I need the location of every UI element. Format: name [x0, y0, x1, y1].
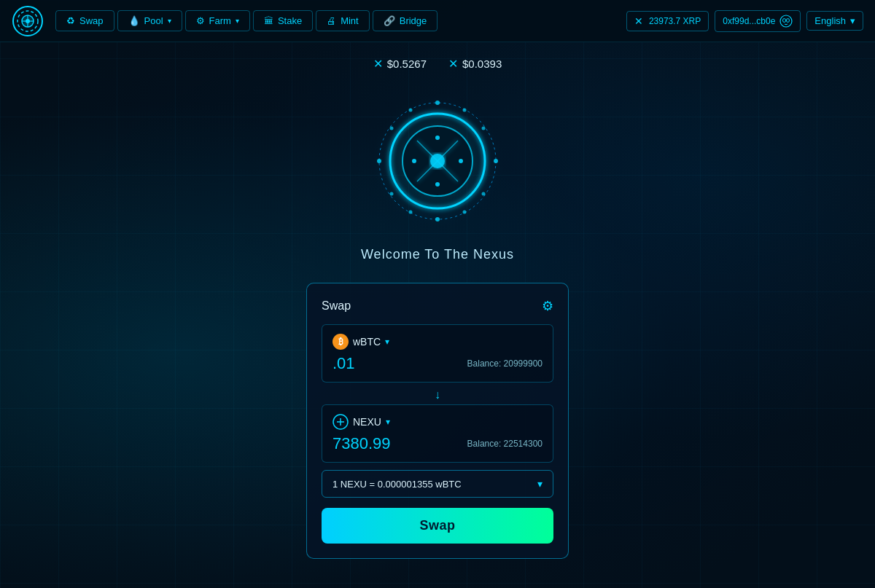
svg-point-30 [412, 159, 416, 163]
alien-icon [779, 15, 793, 28]
wallet-addr-text: 0xf99d...cb0e [723, 16, 775, 26]
svg-point-21 [494, 159, 498, 163]
to-token-amount: 7380.99 [332, 434, 391, 453]
swap-card-title: Swap [322, 299, 351, 313]
rate-chevron-icon: ▾ [537, 478, 542, 490]
svg-point-24 [435, 217, 440, 222]
svg-point-27 [377, 159, 381, 163]
farm-nav-icon: ⚙ [196, 15, 205, 26]
price1-x-icon: ✕ [373, 57, 383, 71]
to-token-box: NEXU ▾ 7380.99 Balance: 22514300 [322, 404, 553, 463]
from-token-name: wBTC [353, 336, 381, 348]
to-token-chevron-icon: ▾ [386, 417, 390, 427]
nav-swap-label: Swap [79, 15, 104, 26]
nav-bridge-label: Bridge [400, 15, 427, 26]
lang-chevron-icon: ▾ [850, 15, 855, 26]
main-content: ✕ $0.5267 ✕ $0.0393 [0, 42, 875, 559]
down-arrow-icon: ↓ [435, 388, 440, 401]
swap-direction-arrow[interactable]: ↓ [322, 388, 553, 401]
price-item-2: ✕ $0.0393 [448, 57, 502, 71]
wbtc-icon: ₿ [332, 334, 349, 350]
nexu-icon [332, 414, 349, 430]
logo-icon[interactable] [12, 5, 44, 37]
swap-card-header: Swap ⚙ [322, 298, 553, 314]
stake-nav-icon: 🏛 [264, 15, 273, 26]
rate-text: 1 NEXU = 0.000001355 wBTC [332, 479, 462, 490]
bridge-nav-icon: 🔗 [384, 15, 395, 26]
from-token-amount-input[interactable] [332, 354, 435, 373]
swap-nav-icon: ♻ [66, 15, 75, 26]
price2-x-icon: ✕ [448, 57, 458, 71]
nav-mint[interactable]: 🖨 Mint [316, 10, 370, 31]
svg-point-26 [390, 192, 394, 196]
to-token-balance: Balance: 22514300 [467, 439, 542, 449]
navbar-left: ♻ Swap 💧 Pool ▾ ⚙ Farm ▾ 🏛 Stake 🖨 Mint [12, 5, 438, 37]
svg-point-6 [780, 15, 792, 27]
svg-point-18 [435, 101, 440, 105]
svg-point-32 [435, 136, 440, 140]
farm-chevron-icon: ▾ [236, 17, 239, 25]
to-token-name: NEXU [353, 416, 381, 428]
svg-point-7 [783, 18, 786, 22]
navbar: ♻ Swap 💧 Pool ▾ ⚙ Farm ▾ 🏛 Stake 🖨 Mint [0, 0, 875, 42]
pool-nav-icon: 💧 [128, 15, 140, 26]
nav-swap[interactable]: ♻ Swap [55, 10, 114, 31]
svg-point-19 [463, 109, 467, 112]
svg-point-29 [409, 109, 413, 112]
mint-nav-icon: 🖨 [327, 15, 336, 26]
svg-point-31 [459, 159, 463, 163]
nav-stake-label: Stake [278, 15, 302, 26]
svg-point-25 [409, 211, 413, 214]
price-item-1: ✕ $0.5267 [373, 57, 427, 71]
language-label: English [814, 15, 846, 26]
nav-stake[interactable]: 🏛 Stake [253, 10, 313, 31]
wallet-badge[interactable]: ✕ 23973.7 XRP [626, 11, 709, 31]
wallet-balance: 23973.7 XRP [649, 16, 701, 26]
nav-pool-label: Pool [144, 15, 163, 26]
wallet-close-icon[interactable]: ✕ [634, 15, 643, 27]
price1-value: $0.5267 [387, 58, 427, 70]
svg-point-22 [482, 192, 486, 196]
nav-mint-label: Mint [341, 15, 359, 26]
swap-button[interactable]: Swap [322, 508, 553, 544]
wallet-address-badge[interactable]: 0xf99d...cb0e [715, 10, 801, 32]
from-token-chevron-icon: ▾ [385, 337, 389, 347]
price2-value: $0.0393 [462, 58, 502, 70]
nav-farm[interactable]: ⚙ Farm ▾ [185, 10, 250, 31]
from-token-amount-row: Balance: 20999900 [332, 354, 542, 373]
svg-point-17 [430, 154, 445, 168]
svg-point-28 [390, 127, 394, 130]
svg-point-33 [435, 182, 440, 187]
svg-point-23 [463, 211, 467, 214]
welcome-text: Welcome To The Nexus [361, 247, 514, 262]
nav-bridge[interactable]: 🔗 Bridge [373, 10, 438, 31]
price-ticker: ✕ $0.5267 ✕ $0.0393 [373, 57, 502, 71]
swap-card: Swap ⚙ ₿ wBTC ▾ Balance: 20999900 ↓ [306, 283, 569, 559]
to-token-selector[interactable]: NEXU ▾ [332, 414, 542, 430]
pool-chevron-icon: ▾ [168, 17, 171, 25]
from-token-balance: Balance: 20999900 [467, 358, 542, 369]
nav-farm-label: Farm [209, 15, 231, 26]
navbar-right: ✕ 23973.7 XRP 0xf99d...cb0e English ▾ [626, 10, 863, 32]
to-token-amount-row: 7380.99 Balance: 22514300 [332, 434, 542, 453]
nav-pool[interactable]: 💧 Pool ▾ [117, 10, 182, 31]
language-selector[interactable]: English ▾ [806, 11, 863, 31]
from-token-box: ₿ wBTC ▾ Balance: 20999900 [322, 324, 553, 383]
svg-point-20 [482, 127, 486, 130]
svg-point-8 [787, 18, 790, 22]
settings-icon[interactable]: ⚙ [542, 298, 553, 314]
rate-row[interactable]: 1 NEXU = 0.000001355 wBTC ▾ [322, 470, 553, 498]
from-token-selector[interactable]: ₿ wBTC ▾ [332, 334, 542, 350]
nav-menu: ♻ Swap 💧 Pool ▾ ⚙ Farm ▾ 🏛 Stake 🖨 Mint [55, 10, 438, 31]
hero-logo [365, 88, 510, 234]
